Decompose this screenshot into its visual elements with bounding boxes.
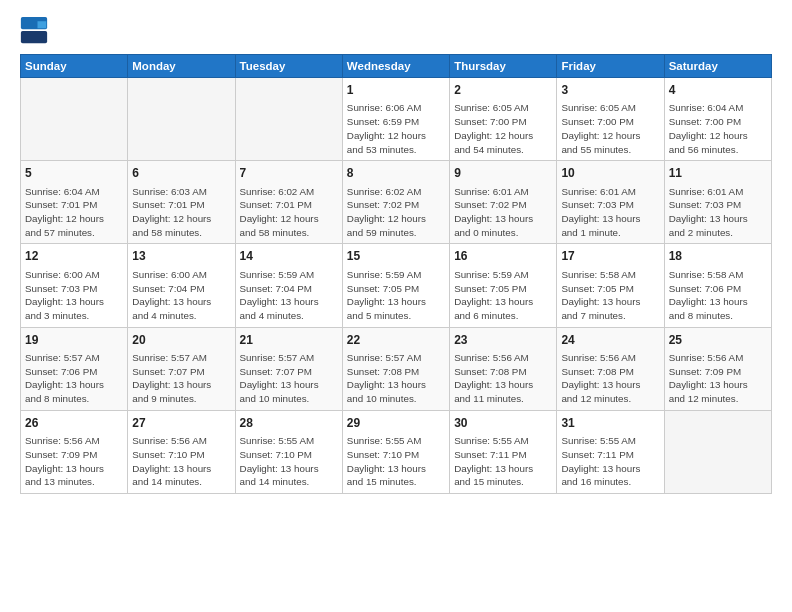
day-info: Sunrise: 6:06 AM Sunset: 6:59 PM Dayligh… bbox=[347, 101, 445, 156]
calendar-cell: 28Sunrise: 5:55 AM Sunset: 7:10 PM Dayli… bbox=[235, 410, 342, 493]
day-info: Sunrise: 6:00 AM Sunset: 7:04 PM Dayligh… bbox=[132, 268, 230, 323]
day-info: Sunrise: 5:55 AM Sunset: 7:11 PM Dayligh… bbox=[561, 434, 659, 489]
day-info: Sunrise: 6:01 AM Sunset: 7:03 PM Dayligh… bbox=[561, 185, 659, 240]
day-info: Sunrise: 5:56 AM Sunset: 7:10 PM Dayligh… bbox=[132, 434, 230, 489]
calendar-cell: 21Sunrise: 5:57 AM Sunset: 7:07 PM Dayli… bbox=[235, 327, 342, 410]
day-number: 22 bbox=[347, 332, 445, 349]
calendar-cell: 14Sunrise: 5:59 AM Sunset: 7:04 PM Dayli… bbox=[235, 244, 342, 327]
day-number: 16 bbox=[454, 248, 552, 265]
day-number: 10 bbox=[561, 165, 659, 182]
day-number: 2 bbox=[454, 82, 552, 99]
calendar-cell: 22Sunrise: 5:57 AM Sunset: 7:08 PM Dayli… bbox=[342, 327, 449, 410]
day-number: 18 bbox=[669, 248, 767, 265]
day-number: 12 bbox=[25, 248, 123, 265]
day-info: Sunrise: 5:57 AM Sunset: 7:08 PM Dayligh… bbox=[347, 351, 445, 406]
calendar-cell: 1Sunrise: 6:06 AM Sunset: 6:59 PM Daylig… bbox=[342, 78, 449, 161]
calendar-cell: 11Sunrise: 6:01 AM Sunset: 7:03 PM Dayli… bbox=[664, 161, 771, 244]
day-number: 8 bbox=[347, 165, 445, 182]
calendar-cell: 2Sunrise: 6:05 AM Sunset: 7:00 PM Daylig… bbox=[450, 78, 557, 161]
calendar-cell: 10Sunrise: 6:01 AM Sunset: 7:03 PM Dayli… bbox=[557, 161, 664, 244]
logo bbox=[20, 16, 52, 44]
calendar-cell: 26Sunrise: 5:56 AM Sunset: 7:09 PM Dayli… bbox=[21, 410, 128, 493]
day-number: 26 bbox=[25, 415, 123, 432]
calendar-cell: 29Sunrise: 5:55 AM Sunset: 7:10 PM Dayli… bbox=[342, 410, 449, 493]
week-row-5: 26Sunrise: 5:56 AM Sunset: 7:09 PM Dayli… bbox=[21, 410, 772, 493]
day-number: 5 bbox=[25, 165, 123, 182]
calendar-cell bbox=[21, 78, 128, 161]
week-row-1: 1Sunrise: 6:06 AM Sunset: 6:59 PM Daylig… bbox=[21, 78, 772, 161]
day-number: 30 bbox=[454, 415, 552, 432]
day-number: 1 bbox=[347, 82, 445, 99]
calendar-cell: 16Sunrise: 5:59 AM Sunset: 7:05 PM Dayli… bbox=[450, 244, 557, 327]
day-number: 23 bbox=[454, 332, 552, 349]
calendar-cell: 20Sunrise: 5:57 AM Sunset: 7:07 PM Dayli… bbox=[128, 327, 235, 410]
calendar-cell: 31Sunrise: 5:55 AM Sunset: 7:11 PM Dayli… bbox=[557, 410, 664, 493]
weekday-header-tuesday: Tuesday bbox=[235, 55, 342, 78]
day-number: 15 bbox=[347, 248, 445, 265]
day-info: Sunrise: 5:59 AM Sunset: 7:05 PM Dayligh… bbox=[454, 268, 552, 323]
day-number: 3 bbox=[561, 82, 659, 99]
day-info: Sunrise: 5:55 AM Sunset: 7:11 PM Dayligh… bbox=[454, 434, 552, 489]
calendar-cell: 7Sunrise: 6:02 AM Sunset: 7:01 PM Daylig… bbox=[235, 161, 342, 244]
day-info: Sunrise: 6:01 AM Sunset: 7:03 PM Dayligh… bbox=[669, 185, 767, 240]
logo-icon bbox=[20, 16, 48, 44]
day-info: Sunrise: 6:05 AM Sunset: 7:00 PM Dayligh… bbox=[561, 101, 659, 156]
day-info: Sunrise: 6:05 AM Sunset: 7:00 PM Dayligh… bbox=[454, 101, 552, 156]
day-number: 14 bbox=[240, 248, 338, 265]
calendar-cell: 3Sunrise: 6:05 AM Sunset: 7:00 PM Daylig… bbox=[557, 78, 664, 161]
day-number: 27 bbox=[132, 415, 230, 432]
calendar-cell: 12Sunrise: 6:00 AM Sunset: 7:03 PM Dayli… bbox=[21, 244, 128, 327]
day-number: 17 bbox=[561, 248, 659, 265]
day-info: Sunrise: 5:58 AM Sunset: 7:06 PM Dayligh… bbox=[669, 268, 767, 323]
day-info: Sunrise: 6:02 AM Sunset: 7:02 PM Dayligh… bbox=[347, 185, 445, 240]
day-number: 28 bbox=[240, 415, 338, 432]
day-info: Sunrise: 5:58 AM Sunset: 7:05 PM Dayligh… bbox=[561, 268, 659, 323]
calendar-cell: 15Sunrise: 5:59 AM Sunset: 7:05 PM Dayli… bbox=[342, 244, 449, 327]
day-info: Sunrise: 5:59 AM Sunset: 7:05 PM Dayligh… bbox=[347, 268, 445, 323]
calendar-cell: 5Sunrise: 6:04 AM Sunset: 7:01 PM Daylig… bbox=[21, 161, 128, 244]
weekday-header-saturday: Saturday bbox=[664, 55, 771, 78]
calendar-cell: 17Sunrise: 5:58 AM Sunset: 7:05 PM Dayli… bbox=[557, 244, 664, 327]
day-number: 6 bbox=[132, 165, 230, 182]
calendar-cell: 30Sunrise: 5:55 AM Sunset: 7:11 PM Dayli… bbox=[450, 410, 557, 493]
weekday-header-monday: Monday bbox=[128, 55, 235, 78]
calendar-cell bbox=[128, 78, 235, 161]
day-info: Sunrise: 5:56 AM Sunset: 7:08 PM Dayligh… bbox=[454, 351, 552, 406]
weekday-header-friday: Friday bbox=[557, 55, 664, 78]
calendar-cell: 4Sunrise: 6:04 AM Sunset: 7:00 PM Daylig… bbox=[664, 78, 771, 161]
day-info: Sunrise: 5:57 AM Sunset: 7:07 PM Dayligh… bbox=[240, 351, 338, 406]
day-info: Sunrise: 6:02 AM Sunset: 7:01 PM Dayligh… bbox=[240, 185, 338, 240]
day-number: 29 bbox=[347, 415, 445, 432]
week-row-4: 19Sunrise: 5:57 AM Sunset: 7:06 PM Dayli… bbox=[21, 327, 772, 410]
day-number: 25 bbox=[669, 332, 767, 349]
day-info: Sunrise: 6:04 AM Sunset: 7:01 PM Dayligh… bbox=[25, 185, 123, 240]
day-number: 4 bbox=[669, 82, 767, 99]
day-info: Sunrise: 5:57 AM Sunset: 7:07 PM Dayligh… bbox=[132, 351, 230, 406]
day-info: Sunrise: 6:04 AM Sunset: 7:00 PM Dayligh… bbox=[669, 101, 767, 156]
calendar-cell: 9Sunrise: 6:01 AM Sunset: 7:02 PM Daylig… bbox=[450, 161, 557, 244]
day-info: Sunrise: 5:55 AM Sunset: 7:10 PM Dayligh… bbox=[240, 434, 338, 489]
svg-marker-2 bbox=[38, 21, 47, 28]
page: SundayMondayTuesdayWednesdayThursdayFrid… bbox=[0, 0, 792, 612]
day-number: 9 bbox=[454, 165, 552, 182]
day-info: Sunrise: 6:03 AM Sunset: 7:01 PM Dayligh… bbox=[132, 185, 230, 240]
week-row-3: 12Sunrise: 6:00 AM Sunset: 7:03 PM Dayli… bbox=[21, 244, 772, 327]
day-info: Sunrise: 5:56 AM Sunset: 7:09 PM Dayligh… bbox=[25, 434, 123, 489]
day-info: Sunrise: 5:56 AM Sunset: 7:08 PM Dayligh… bbox=[561, 351, 659, 406]
day-number: 20 bbox=[132, 332, 230, 349]
calendar-cell: 19Sunrise: 5:57 AM Sunset: 7:06 PM Dayli… bbox=[21, 327, 128, 410]
calendar-cell: 6Sunrise: 6:03 AM Sunset: 7:01 PM Daylig… bbox=[128, 161, 235, 244]
week-row-2: 5Sunrise: 6:04 AM Sunset: 7:01 PM Daylig… bbox=[21, 161, 772, 244]
weekday-header-row: SundayMondayTuesdayWednesdayThursdayFrid… bbox=[21, 55, 772, 78]
calendar-table: SundayMondayTuesdayWednesdayThursdayFrid… bbox=[20, 54, 772, 494]
day-info: Sunrise: 6:00 AM Sunset: 7:03 PM Dayligh… bbox=[25, 268, 123, 323]
weekday-header-sunday: Sunday bbox=[21, 55, 128, 78]
day-number: 7 bbox=[240, 165, 338, 182]
calendar-cell: 25Sunrise: 5:56 AM Sunset: 7:09 PM Dayli… bbox=[664, 327, 771, 410]
day-number: 19 bbox=[25, 332, 123, 349]
calendar-cell: 27Sunrise: 5:56 AM Sunset: 7:10 PM Dayli… bbox=[128, 410, 235, 493]
calendar-cell: 8Sunrise: 6:02 AM Sunset: 7:02 PM Daylig… bbox=[342, 161, 449, 244]
day-info: Sunrise: 6:01 AM Sunset: 7:02 PM Dayligh… bbox=[454, 185, 552, 240]
day-info: Sunrise: 5:59 AM Sunset: 7:04 PM Dayligh… bbox=[240, 268, 338, 323]
calendar-cell: 18Sunrise: 5:58 AM Sunset: 7:06 PM Dayli… bbox=[664, 244, 771, 327]
